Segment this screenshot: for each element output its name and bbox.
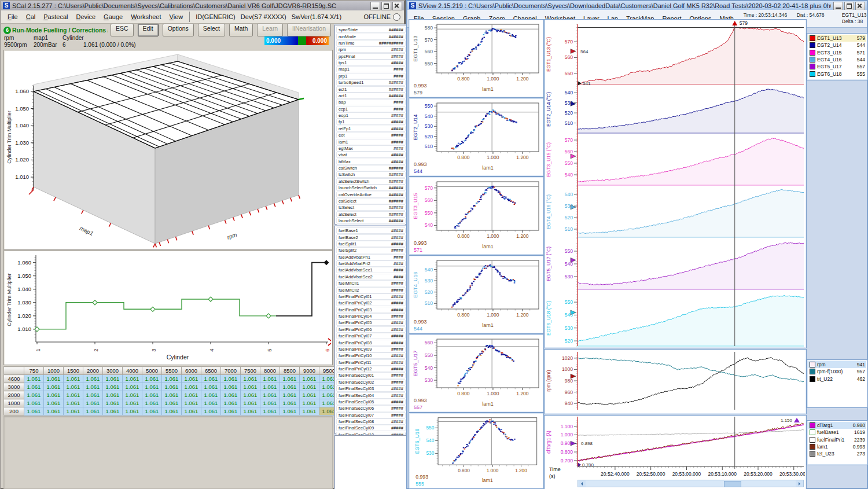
table-cell[interactable]: 1.061 [103, 391, 123, 399]
table-cell[interactable]: 1.061 [221, 375, 241, 383]
table-cell[interactable]: 1.061 [221, 391, 241, 399]
table-cell[interactable]: 1.061 [142, 391, 162, 399]
table-cell[interactable]: 1.061 [221, 383, 241, 391]
watch-row[interactable]: fuelAddVbatSec1#### [336, 267, 406, 273]
col-header[interactable]: 5000 [142, 367, 162, 375]
table-cell[interactable]: 1.061 [260, 375, 280, 383]
watch-row[interactable]: fuelBase2##### [336, 234, 406, 241]
table-cell[interactable]: 1.061 [123, 391, 142, 399]
scatter-panel-EGT4_U16[interactable]: 5105205305400.8001.0001.200EGT4_U160.993… [409, 255, 544, 334]
watch-row[interactable]: tcSelect###### [336, 204, 406, 211]
table-cell[interactable]: 1.061 [103, 383, 123, 391]
watch-row[interactable]: fuelSplit1##### [336, 241, 406, 247]
col-header[interactable]: 7000 [221, 367, 241, 375]
watch-row[interactable]: bap#### [336, 99, 406, 105]
table-cell[interactable]: 1.061 [280, 383, 300, 391]
watch-row[interactable]: fuelFinalPriCyl09##### [336, 346, 406, 352]
table-cell[interactable]: 1.061 [162, 383, 182, 391]
watch-row[interactable]: relFp1##### [336, 126, 406, 132]
watch-row[interactable]: calSwitch###### [336, 165, 406, 171]
row-header[interactable]: 2000 [4, 391, 24, 399]
legend-row-EGT5_U17[interactable]: EGT5_U17557 [808, 63, 866, 70]
table-cell[interactable]: 1.061 [83, 375, 103, 383]
table-cell[interactable]: 1.061 [24, 399, 44, 407]
watch-row[interactable]: calOverideActive###### [336, 192, 406, 198]
scal-titlebar[interactable]: S SCal 2.15.277 : C:\Users\Public\Docume… [1, 1, 404, 10]
watch-row[interactable]: syncState###### [336, 27, 406, 33]
legend-row-EGT1_U13[interactable]: EGT1_U13579 [808, 35, 866, 42]
table-cell[interactable]: 1.061 [201, 375, 221, 383]
table-cell[interactable]: 1.061 [64, 399, 83, 407]
table-cell[interactable]: 1.061 [24, 375, 44, 383]
watch-row[interactable]: fuelAddVbatPri2#### [336, 260, 406, 267]
table-cell[interactable]: 1.061 [260, 399, 280, 407]
watch-row[interactable]: fuelFinalSecCyl05##### [336, 399, 406, 405]
table-cell[interactable]: 1.061 [241, 375, 260, 383]
table-cell[interactable]: 1.061 [260, 407, 280, 416]
table-cell[interactable]: 1.061 [83, 391, 103, 399]
col-header[interactable]: 7500 [241, 367, 260, 375]
watch-row[interactable]: turboSpeed1###### [336, 79, 406, 86]
close-button[interactable] [392, 2, 402, 10]
watch-row[interactable]: ppsFinal##### [336, 53, 406, 60]
egt-strip-charts[interactable]: 550560570EGT1_U13 (°C)564541510520530540… [544, 19, 807, 348]
watch-row[interactable]: fuelSplit2##### [336, 247, 406, 253]
sview-titlebar[interactable]: S SView 2.15.219 : C:\Users\Public\Docum… [407, 1, 867, 10]
table-cell[interactable]: 1.061 [103, 407, 123, 416]
table-cell[interactable]: 1.061 [221, 399, 241, 407]
watch-row[interactable]: fuelFinalPriCyl12##### [336, 366, 406, 372]
legend-row-rpm[interactable]: rpm941 [808, 361, 866, 368]
surface-3d-plot[interactable]: 1.0601.0501.0401.0301.0201.010Cylinder T… [3, 50, 333, 250]
table-cell[interactable]: 1.061 [44, 399, 64, 407]
watch-row[interactable]: fuelFinalSecCyl02##### [336, 379, 406, 385]
table-cell[interactable]: 1.061 [83, 399, 103, 407]
col-header[interactable]: 1500 [64, 367, 83, 375]
table-cell[interactable]: 1.061 [24, 383, 44, 391]
table-cell[interactable]: 1.061 [201, 399, 221, 407]
scatter-panel-EGT2_U14[interactable]: 5105205305405500.8001.0001.200EGT2_U140.… [409, 98, 544, 177]
table-cell[interactable]: 1.061 [280, 391, 300, 399]
menu-cal[interactable]: Cal [22, 12, 40, 22]
minimize-button[interactable] [370, 2, 380, 10]
legend-row-fuelFinalPri1[interactable]: fuelFinalPri12239 [808, 436, 866, 443]
table-cell[interactable]: 1.061 [83, 383, 103, 391]
table-cell[interactable]: 1.061 [64, 383, 83, 391]
scatter-panel-EGT5_U17[interactable]: 5305405505600.8001.0001.200EGT5_U170.993… [409, 334, 544, 413]
watch-row[interactable]: fuelFinalPriCyl04##### [336, 313, 406, 319]
watch-row[interactable]: tps1##### [336, 60, 406, 66]
scroll-right-arrow-icon[interactable] [796, 480, 803, 487]
menu-file[interactable]: File [3, 12, 22, 22]
watch-row[interactable]: fuelFinalPriCyl03##### [336, 307, 406, 313]
watch-row[interactable]: fuelFinalSecCyl09##### [336, 425, 406, 431]
watch-row[interactable]: fuelFinalSecCyl07##### [336, 412, 406, 418]
watch-row[interactable]: ccp1#### [336, 106, 406, 112]
watch-row[interactable]: fuelFinalPriCyl01##### [336, 293, 406, 300]
table-cell[interactable]: 1.061 [201, 391, 221, 399]
menu-device[interactable]: Device [72, 12, 100, 22]
table-cell[interactable]: 1.061 [300, 391, 319, 399]
watch-row[interactable]: tcSwitch###### [336, 171, 406, 178]
legend-row-tet_U23[interactable]: tet_U23273 [808, 450, 866, 457]
legend-row-EGT4_U16[interactable]: EGT4_U16544 [808, 56, 866, 63]
watch-row[interactable]: fuelFinalPriCyl10##### [336, 352, 406, 359]
scroll-left-arrow-icon[interactable] [578, 480, 586, 487]
menu-gauge[interactable]: Gauge [100, 12, 127, 22]
legend-row-lam1[interactable]: lam10.993 [808, 443, 866, 450]
watch-row[interactable]: eop1##### [336, 112, 406, 119]
table-cell[interactable]: 1.061 [142, 383, 162, 391]
table-cell[interactable]: 1.061 [300, 399, 319, 407]
menu-pastecal[interactable]: Pastecal [39, 12, 72, 22]
table-cell[interactable]: 1.061 [280, 407, 300, 416]
table-cell[interactable]: 1.061 [260, 383, 280, 391]
table-cell[interactable]: 1.061 [123, 407, 142, 416]
col-header[interactable]: 3000 [103, 367, 123, 375]
table-cell[interactable]: 1.061 [103, 375, 123, 383]
col-header[interactable]: 8000 [260, 367, 280, 375]
col-header[interactable]: 1000 [44, 367, 64, 375]
table-cell[interactable]: 1.061 [44, 375, 64, 383]
watch-row[interactable]: fuelFinalPriCyl06##### [336, 326, 406, 333]
table-cell[interactable]: 1.061 [221, 407, 241, 416]
watch-row[interactable]: launchSelect###### [336, 218, 406, 224]
watch-row[interactable]: runTime########## [336, 40, 406, 46]
table-cell[interactable]: 1.061 [64, 375, 83, 383]
